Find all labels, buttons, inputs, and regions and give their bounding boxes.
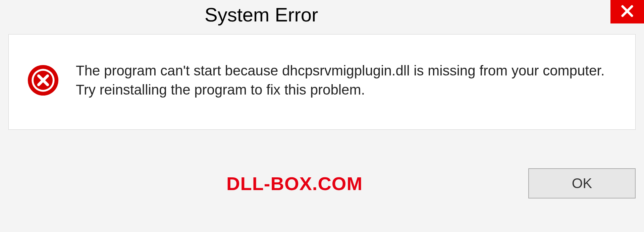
content-panel: The program can't start because dhcpsrvm… bbox=[8, 34, 636, 130]
dialog-title: System Error bbox=[205, 3, 318, 26]
error-message: The program can't start because dhcpsrvm… bbox=[76, 61, 615, 99]
footer: DLL-BOX.COM OK bbox=[0, 130, 644, 232]
close-button[interactable] bbox=[610, 0, 644, 23]
close-icon bbox=[619, 3, 635, 20]
ok-button-label: OK bbox=[572, 175, 592, 191]
watermark-text: DLL-BOX.COM bbox=[226, 173, 363, 194]
title-bar: System Error bbox=[0, 0, 644, 26]
system-error-dialog: System Error The program can't start bec… bbox=[0, 0, 644, 232]
ok-button[interactable]: OK bbox=[528, 168, 636, 198]
error-icon bbox=[27, 64, 59, 96]
